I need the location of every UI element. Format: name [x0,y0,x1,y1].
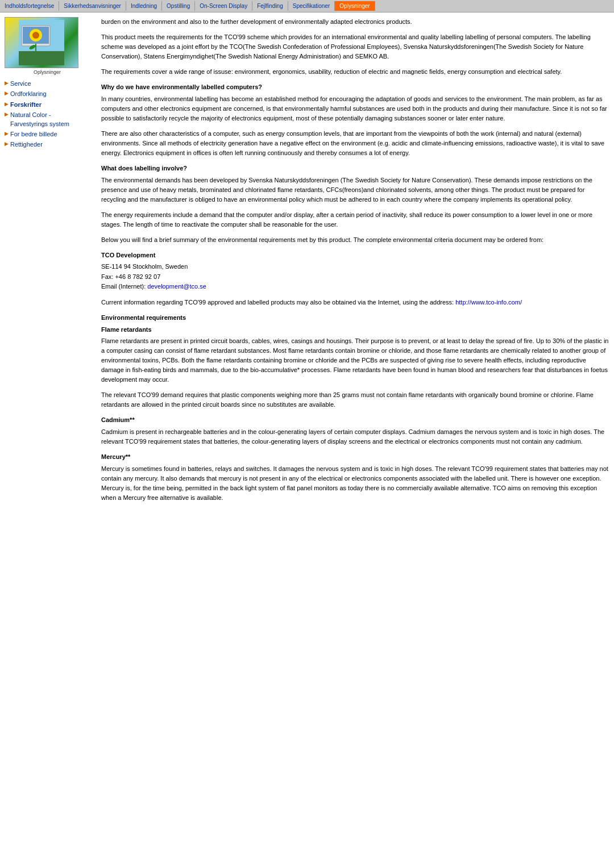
nav-bar: IndholdsfortegnelseSikkerhedsanvisninger… [0,0,614,12]
section2-p2: The energy requirements include a demand… [101,210,609,229]
flame-p2: The relevant TCO'99 demand requires that… [101,390,609,410]
nav-item-specifikationer[interactable]: Specifikationer [288,1,335,11]
cadmium-heading: Cadmium** [101,415,609,425]
env-heading: Environmental requirements [101,313,609,323]
tco-address-line1: SE-114 94 Stockholm, Sweden [101,263,188,270]
section1-body: In many countries, environmental labelli… [101,94,609,123]
section1-heading: Why do we have environmentally labelled … [101,82,609,92]
nav-item-fejlfinding[interactable]: Fejlfinding [252,1,288,11]
content-area: burden on the environment and also to th… [96,17,609,508]
tco-email-link[interactable]: development@tco.se [147,283,206,290]
section-labelled-computers: Why do we have environmentally labelled … [101,82,609,158]
tco-development: TCO Development SE-114 94 Stockholm, Swe… [101,251,609,307]
tco-url-link[interactable]: http://www.tco-info.com/ [455,299,522,306]
sidebar-menu-item-1[interactable]: ▶Ordforklaring [5,90,90,98]
mercury-heading: Mercury** [101,452,609,462]
section2-heading: What does labelling involve? [101,164,609,173]
tco-address-line2: Fax: +46 8 782 92 07 [101,273,160,280]
mercury-body: Mercury is sometimes found in batteries,… [101,464,609,503]
environmental-requirements: Environmental requirements Flame retarda… [101,313,609,410]
nav-item-indledning[interactable]: Indledning [126,1,162,11]
sidebar-link-0[interactable]: Service [10,80,31,88]
svg-rect-1 [19,51,64,65]
section-labelling-involve: What does labelling involve? The environ… [101,164,609,245]
sidebar-link-2[interactable]: Forskrifter [10,101,42,109]
tco-p2: Current information regarding TCO'99 app… [101,298,609,307]
flame-subheading: Flame retardants [101,325,609,335]
svg-point-5 [32,32,39,39]
arrow-icon-4: ▶ [5,131,9,136]
sidebar-link-4[interactable]: For bedre billede [10,130,57,139]
nav-item-sikkerhedsanvisninger[interactable]: Sikkerhedsanvisninger [59,1,126,11]
flame-body: Flame retardants are present in printed … [101,336,609,385]
arrow-icon-2: ▶ [5,101,9,107]
arrow-icon-0: ▶ [5,80,9,86]
arrow-icon-1: ▶ [5,90,9,96]
sidebar-link-3[interactable]: Natural Color - Farvestyrings system [10,111,90,128]
sidebar-image [5,17,78,68]
arrow-icon-5: ▶ [5,141,9,147]
sidebar-menu-item-0[interactable]: ▶Service [5,80,90,88]
sidebar-link-1[interactable]: Ordforklaring [10,90,47,98]
intro-p1: burden on the environment and also to th… [101,17,609,27]
sidebar-menu: ▶Service▶Ordforklaring▶Forskrifter▶Natur… [5,80,90,149]
tco-address: SE-114 94 Stockholm, Sweden Fax: +46 8 7… [101,262,609,292]
sidebar-menu-item-3[interactable]: ▶Natural Color - Farvestyrings system [5,111,90,128]
section2-p3: Below you will find a brief summary of t… [101,235,609,245]
section2-body: The environmental demands has been devel… [101,176,609,205]
sidebar-link-5[interactable]: Rettigheder [10,140,43,149]
sunflower-icon [19,20,64,65]
sidebar-menu-item-4[interactable]: ▶For bedre billede [5,130,90,139]
tco-email-prefix: Email (Internet): [101,283,147,290]
arrow-icon-3: ▶ [5,111,9,117]
intro-p3: The requirements cover a wide range of i… [101,67,609,77]
nav-item-indholdsfortegnelse[interactable]: Indholdsfortegnelse [0,1,59,11]
sidebar: Oplysninger ▶Service▶Ordforklaring▶Forsk… [5,17,96,508]
mercury-section: Mercury** Mercury is sometimes found in … [101,452,609,503]
nav-item-opstilling[interactable]: Opstilling [162,1,195,11]
section1-p2: There are also other characteristics of … [101,129,609,158]
nav-item-on-screen-display[interactable]: On-Screen Display [195,1,252,11]
sidebar-image-label: Oplysninger [5,69,90,75]
sidebar-menu-item-5[interactable]: ▶Rettigheder [5,140,90,149]
cadmium-body: Cadmium is present in rechargeable batte… [101,427,609,446]
main-layout: Oplysninger ▶Service▶Ordforklaring▶Forsk… [0,12,614,513]
nav-item-oplysninger[interactable]: Oplysninger [335,1,375,11]
cadmium-section: Cadmium** Cadmium is present in recharge… [101,415,609,446]
tco-heading: TCO Development [101,251,609,260]
sidebar-menu-item-2[interactable]: ▶Forskrifter [5,101,90,109]
intro-p2: This product meets the requirements for … [101,32,609,61]
